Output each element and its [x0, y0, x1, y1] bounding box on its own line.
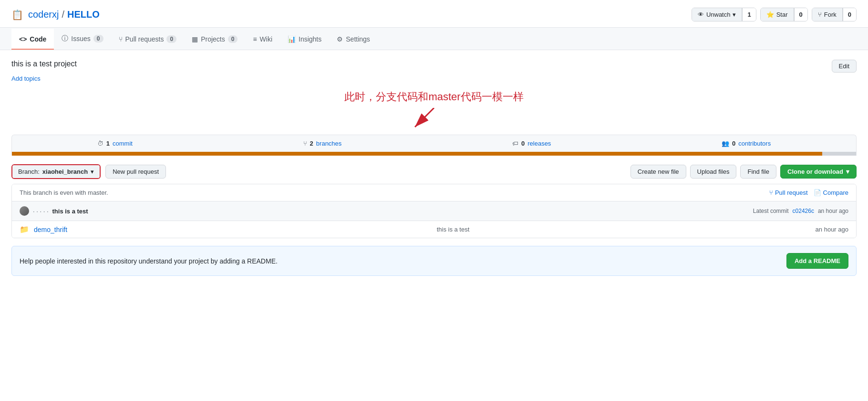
file-time: an hour ago	[777, 226, 848, 233]
clone-or-download-button[interactable]: Clone or download ▾	[780, 165, 857, 179]
tab-wiki[interactable]: ≡ Wiki	[245, 29, 280, 50]
commit-message-link[interactable]: this is a test	[52, 208, 88, 215]
branch-status-row: This branch is even with master. ⑂ Pull …	[12, 184, 856, 201]
upload-files-button[interactable]: Upload files	[690, 165, 737, 179]
branch-status-message: This branch is even with master.	[20, 189, 108, 196]
unwatch-button[interactable]: 👁 Unwatch ▾	[692, 8, 743, 21]
stats-bar: ⏱ 1 commit ⑂ 2 branches 🏷 0 releases 👥 0…	[11, 135, 857, 152]
releases-icon: 🏷	[512, 140, 518, 147]
branches-count: 2	[310, 140, 313, 147]
compare-icon: 📄	[814, 189, 821, 196]
toolbar-right: Create new file Upload files Find file C…	[630, 165, 857, 179]
tab-settings[interactable]: ⚙ Settings	[329, 29, 378, 50]
branch-dropdown-button[interactable]: Branch: xiaohei_branch ▾	[12, 165, 100, 178]
clone-chevron-icon: ▾	[846, 168, 849, 175]
chevron-down-icon: ▾	[733, 11, 736, 18]
contributors-label: contributors	[738, 140, 771, 147]
pull-request-link[interactable]: ⑂ Pull request	[769, 189, 808, 196]
code-icon: <>	[19, 35, 27, 43]
star-icon: ⭐	[766, 11, 774, 18]
compare-label: Compare	[823, 189, 848, 196]
annotation-text: 此时，分支代码和master代码一模一样	[11, 90, 857, 104]
file-commit-message: this is a test	[129, 226, 777, 233]
add-readme-button[interactable]: Add a README	[786, 253, 848, 269]
tab-issues[interactable]: ⓘ Issues 0	[54, 28, 111, 50]
file-name-link[interactable]: demo_thrift	[34, 226, 129, 233]
nav-tabs: <> Code ⓘ Issues 0 ⑂ Pull requests 0 ▦ P…	[0, 28, 868, 50]
file-table: This branch is even with master. ⑂ Pull …	[11, 184, 857, 238]
pr-link-icon: ⑂	[769, 189, 773, 196]
tab-settings-label: Settings	[346, 35, 370, 43]
tab-code[interactable]: <> Code	[11, 29, 54, 50]
projects-badge: 0	[228, 35, 238, 43]
unwatch-count: 1	[742, 8, 755, 21]
stat-branches[interactable]: ⑂ 2 branches	[303, 140, 342, 147]
insights-icon: 📊	[288, 35, 296, 43]
commits-label: commit	[113, 140, 133, 147]
fork-label: Fork	[824, 11, 837, 18]
stat-releases[interactable]: 🏷 0 releases	[512, 140, 551, 147]
commits-icon: ⏱	[97, 140, 103, 147]
tab-insights[interactable]: 📊 Insights	[280, 29, 329, 50]
tab-pull-requests[interactable]: ⑂ Pull requests 0	[111, 29, 185, 50]
repo-actions: 👁 Unwatch ▾ 1 ⭐ Star 0 ⑂ Fork 0	[688, 8, 857, 21]
commit-info: · · · · · this is a test	[20, 206, 88, 216]
releases-count: 0	[521, 140, 525, 147]
star-button[interactable]: ⭐ Star	[761, 8, 794, 21]
latest-commit-header: · · · · · this is a test Latest commit c…	[12, 201, 856, 221]
annotation-area: 此时，分支代码和master代码一模一样	[11, 90, 857, 132]
repo-description: this is a test project	[11, 60, 77, 68]
readme-banner: Help people interested in this repositor…	[11, 246, 857, 276]
create-new-file-button[interactable]: Create new file	[630, 165, 686, 179]
avatar	[20, 206, 29, 216]
issues-badge: 0	[93, 35, 103, 42]
fork-count: 0	[843, 8, 856, 21]
contributors-count: 0	[732, 140, 735, 147]
releases-label: releases	[527, 140, 551, 147]
repo-name-link[interactable]: HELLO	[67, 9, 100, 20]
branch-name: xiaohei_branch	[42, 168, 88, 175]
commits-count: 1	[106, 140, 110, 147]
branch-selector[interactable]: Branch: xiaohei_branch ▾	[11, 164, 101, 179]
main-content: this is a test project Edit Add topics 此…	[0, 50, 868, 285]
branches-icon: ⑂	[303, 140, 307, 147]
commit-hash-link[interactable]: c02426c	[793, 208, 814, 214]
edit-button[interactable]: Edit	[832, 60, 857, 73]
fork-button[interactable]: ⑂ Fork	[812, 8, 843, 21]
language-progress-fill	[12, 152, 822, 156]
stat-commits[interactable]: ⏱ 1 commit	[97, 140, 133, 147]
toolbar: Branch: xiaohei_branch ▾ New pull reques…	[11, 159, 857, 184]
pull-request-label: Pull request	[775, 189, 808, 196]
branch-actions: ⑂ Pull request 📄 Compare	[769, 189, 848, 196]
stat-contributors[interactable]: 👥 0 contributors	[722, 140, 771, 147]
tab-pr-label: Pull requests	[125, 35, 164, 43]
clone-label: Clone or download	[787, 168, 843, 175]
pr-badge: 0	[166, 35, 176, 43]
arrow-svg	[405, 108, 463, 132]
commit-time: an hour ago	[818, 208, 848, 214]
add-topics-link[interactable]: Add topics	[11, 75, 41, 82]
commit-author: · · · · ·	[33, 208, 49, 215]
commit-meta: Latest commit c02426c an hour ago	[753, 208, 848, 214]
tab-projects[interactable]: ▦ Projects 0	[184, 29, 245, 50]
find-file-button[interactable]: Find file	[740, 165, 776, 179]
contributors-icon: 👥	[722, 140, 729, 147]
new-pull-request-button[interactable]: New pull request	[105, 165, 166, 179]
folder-icon: 📁	[20, 225, 29, 234]
branch-prefix: Branch:	[18, 168, 40, 175]
repo-owner-link[interactable]: coderxj	[28, 9, 59, 20]
star-count: 0	[794, 8, 807, 21]
repo-separator: /	[62, 9, 64, 20]
svg-line-1	[415, 108, 434, 127]
language-progress-bar	[11, 152, 857, 156]
branches-label: branches	[316, 140, 341, 147]
compare-link[interactable]: 📄 Compare	[814, 189, 848, 196]
latest-commit-prefix: Latest commit	[753, 208, 789, 214]
tab-wiki-label: Wiki	[260, 35, 272, 43]
star-group: ⭐ Star 0	[760, 8, 808, 21]
toolbar-left: Branch: xiaohei_branch ▾ New pull reques…	[11, 164, 166, 179]
annotation-arrow	[11, 108, 857, 132]
repo-description-row: this is a test project Edit	[11, 60, 857, 73]
branch-chevron-icon: ▾	[91, 168, 94, 175]
repo-title: 📋 coderxj / HELLO	[11, 9, 100, 21]
